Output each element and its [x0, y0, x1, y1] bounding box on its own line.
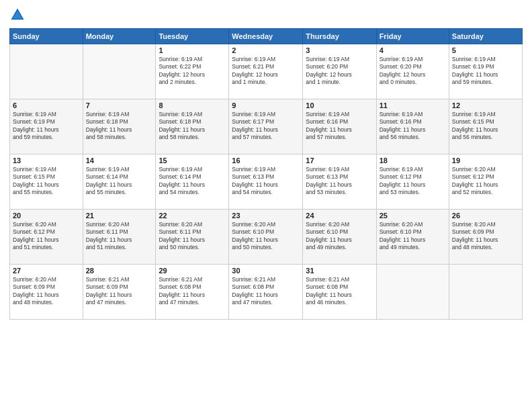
day-number: 14 — [86, 156, 153, 165]
calendar-day-cell: 28Sunrise: 6:21 AMSunset: 6:09 PMDayligh… — [83, 265, 156, 320]
day-number: 7 — [86, 101, 153, 109]
logo-icon — [9, 7, 26, 23]
calendar-day-cell — [449, 265, 522, 320]
day-number: 12 — [452, 101, 519, 109]
calendar-day-header: Thursday — [303, 29, 376, 44]
calendar-table: SundayMondayTuesdayWednesdayThursdayFrid… — [9, 28, 523, 320]
day-info: Sunrise: 6:19 AMSunset: 6:14 PMDaylight:… — [86, 166, 153, 197]
day-info: Sunrise: 6:20 AMSunset: 6:12 PMDaylight:… — [452, 166, 519, 197]
day-info: Sunrise: 6:21 AMSunset: 6:09 PMDaylight:… — [86, 276, 153, 307]
day-number: 2 — [232, 46, 300, 54]
page: SundayMondayTuesdayWednesdayThursdayFrid… — [0, 0, 532, 411]
calendar-day-cell: 9Sunrise: 6:19 AMSunset: 6:17 PMDaylight… — [229, 99, 303, 154]
day-number: 21 — [86, 212, 153, 220]
calendar-day-header: Wednesday — [229, 29, 303, 44]
calendar-day-cell: 31Sunrise: 6:21 AMSunset: 6:08 PMDayligh… — [303, 265, 376, 320]
day-info: Sunrise: 6:21 AMSunset: 6:08 PMDaylight:… — [159, 276, 226, 307]
calendar-day-cell: 6Sunrise: 6:19 AMSunset: 6:19 PMDaylight… — [10, 99, 83, 154]
day-info: Sunrise: 6:20 AMSunset: 6:10 PMDaylight:… — [232, 221, 300, 252]
day-info: Sunrise: 6:19 AMSunset: 6:22 PMDaylight:… — [159, 56, 226, 87]
day-number: 16 — [232, 156, 300, 165]
day-info: Sunrise: 6:19 AMSunset: 6:19 PMDaylight:… — [452, 56, 519, 87]
header — [9, 7, 523, 23]
day-info: Sunrise: 6:19 AMSunset: 6:18 PMDaylight:… — [86, 111, 153, 142]
calendar-day-header: Tuesday — [156, 29, 229, 44]
calendar-day-cell: 25Sunrise: 6:20 AMSunset: 6:10 PMDayligh… — [376, 210, 449, 265]
calendar-day-cell: 30Sunrise: 6:21 AMSunset: 6:08 PMDayligh… — [229, 265, 303, 320]
day-info: Sunrise: 6:19 AMSunset: 6:20 PMDaylight:… — [306, 56, 373, 87]
calendar-day-cell: 15Sunrise: 6:19 AMSunset: 6:14 PMDayligh… — [156, 154, 229, 210]
calendar-day-cell: 27Sunrise: 6:20 AMSunset: 6:09 PMDayligh… — [10, 265, 83, 320]
day-number: 26 — [452, 212, 519, 220]
day-info: Sunrise: 6:19 AMSunset: 6:17 PMDaylight:… — [232, 111, 300, 142]
day-number: 27 — [13, 267, 80, 275]
day-info: Sunrise: 6:19 AMSunset: 6:18 PMDaylight:… — [159, 111, 226, 142]
day-info: Sunrise: 6:21 AMSunset: 6:08 PMDaylight:… — [306, 276, 373, 307]
calendar-day-cell: 19Sunrise: 6:20 AMSunset: 6:12 PMDayligh… — [449, 154, 522, 210]
day-number: 6 — [13, 101, 80, 109]
day-number: 28 — [86, 267, 153, 275]
calendar-day-cell: 3Sunrise: 6:19 AMSunset: 6:20 PMDaylight… — [303, 44, 376, 99]
calendar-day-cell — [10, 44, 83, 99]
calendar-day-cell: 12Sunrise: 6:19 AMSunset: 6:15 PMDayligh… — [449, 99, 522, 154]
day-number: 3 — [306, 46, 373, 54]
day-info: Sunrise: 6:20 AMSunset: 6:10 PMDaylight:… — [306, 221, 373, 252]
day-number: 20 — [13, 212, 80, 220]
day-info: Sunrise: 6:20 AMSunset: 6:12 PMDaylight:… — [13, 221, 80, 252]
day-info: Sunrise: 6:20 AMSunset: 6:11 PMDaylight:… — [86, 221, 153, 252]
day-info: Sunrise: 6:20 AMSunset: 6:10 PMDaylight:… — [380, 221, 446, 252]
calendar-day-cell: 1Sunrise: 6:19 AMSunset: 6:22 PMDaylight… — [156, 44, 229, 99]
day-number: 23 — [232, 212, 300, 220]
calendar-day-cell: 17Sunrise: 6:19 AMSunset: 6:13 PMDayligh… — [303, 154, 376, 210]
calendar-week-row: 6Sunrise: 6:19 AMSunset: 6:19 PMDaylight… — [10, 99, 523, 154]
calendar-day-cell: 14Sunrise: 6:19 AMSunset: 6:14 PMDayligh… — [83, 154, 156, 210]
calendar-day-cell: 7Sunrise: 6:19 AMSunset: 6:18 PMDaylight… — [83, 99, 156, 154]
calendar-day-cell: 21Sunrise: 6:20 AMSunset: 6:11 PMDayligh… — [83, 210, 156, 265]
day-number: 22 — [159, 212, 226, 220]
calendar-day-cell: 13Sunrise: 6:19 AMSunset: 6:15 PMDayligh… — [10, 154, 83, 210]
day-number: 13 — [13, 156, 80, 165]
calendar-day-cell — [83, 44, 156, 99]
day-number: 5 — [452, 46, 519, 54]
calendar-day-cell: 23Sunrise: 6:20 AMSunset: 6:10 PMDayligh… — [229, 210, 303, 265]
calendar-day-cell: 16Sunrise: 6:19 AMSunset: 6:13 PMDayligh… — [229, 154, 303, 210]
day-info: Sunrise: 6:20 AMSunset: 6:09 PMDaylight:… — [452, 221, 519, 252]
day-number: 17 — [306, 156, 373, 165]
calendar-day-cell: 2Sunrise: 6:19 AMSunset: 6:21 PMDaylight… — [229, 44, 303, 99]
calendar-day-cell: 4Sunrise: 6:19 AMSunset: 6:20 PMDaylight… — [376, 44, 449, 99]
calendar-week-row: 13Sunrise: 6:19 AMSunset: 6:15 PMDayligh… — [10, 154, 523, 210]
calendar-day-cell: 22Sunrise: 6:20 AMSunset: 6:11 PMDayligh… — [156, 210, 229, 265]
calendar-week-row: 20Sunrise: 6:20 AMSunset: 6:12 PMDayligh… — [10, 210, 523, 265]
day-number: 30 — [232, 267, 300, 275]
calendar-day-cell: 5Sunrise: 6:19 AMSunset: 6:19 PMDaylight… — [449, 44, 522, 99]
calendar-day-cell: 29Sunrise: 6:21 AMSunset: 6:08 PMDayligh… — [156, 265, 229, 320]
calendar-day-cell: 20Sunrise: 6:20 AMSunset: 6:12 PMDayligh… — [10, 210, 83, 265]
day-number: 29 — [159, 267, 226, 275]
day-number: 8 — [159, 101, 226, 109]
day-number: 4 — [380, 46, 446, 54]
calendar-day-header: Sunday — [10, 29, 83, 44]
calendar-week-row: 27Sunrise: 6:20 AMSunset: 6:09 PMDayligh… — [10, 265, 523, 320]
day-info: Sunrise: 6:20 AMSunset: 6:11 PMDaylight:… — [159, 221, 226, 252]
day-info: Sunrise: 6:19 AMSunset: 6:15 PMDaylight:… — [13, 166, 80, 197]
calendar-day-cell: 8Sunrise: 6:19 AMSunset: 6:18 PMDaylight… — [156, 99, 229, 154]
day-info: Sunrise: 6:19 AMSunset: 6:14 PMDaylight:… — [159, 166, 226, 197]
calendar-day-cell — [376, 265, 449, 320]
calendar-day-header: Friday — [376, 29, 449, 44]
day-number: 10 — [306, 101, 373, 109]
calendar-header-row: SundayMondayTuesdayWednesdayThursdayFrid… — [10, 29, 523, 44]
logo — [9, 7, 28, 23]
day-number: 24 — [306, 212, 373, 220]
day-info: Sunrise: 6:19 AMSunset: 6:16 PMDaylight:… — [306, 111, 373, 142]
calendar-day-cell: 24Sunrise: 6:20 AMSunset: 6:10 PMDayligh… — [303, 210, 376, 265]
day-info: Sunrise: 6:19 AMSunset: 6:16 PMDaylight:… — [380, 111, 446, 142]
calendar-day-cell: 10Sunrise: 6:19 AMSunset: 6:16 PMDayligh… — [303, 99, 376, 154]
day-number: 18 — [380, 156, 446, 165]
day-info: Sunrise: 6:19 AMSunset: 6:20 PMDaylight:… — [380, 56, 446, 87]
calendar-week-row: 1Sunrise: 6:19 AMSunset: 6:22 PMDaylight… — [10, 44, 523, 99]
calendar-day-cell: 18Sunrise: 6:19 AMSunset: 6:12 PMDayligh… — [376, 154, 449, 210]
calendar-day-header: Saturday — [449, 29, 522, 44]
day-number: 11 — [380, 101, 446, 109]
day-number: 1 — [159, 46, 226, 54]
day-info: Sunrise: 6:19 AMSunset: 6:13 PMDaylight:… — [232, 166, 300, 197]
